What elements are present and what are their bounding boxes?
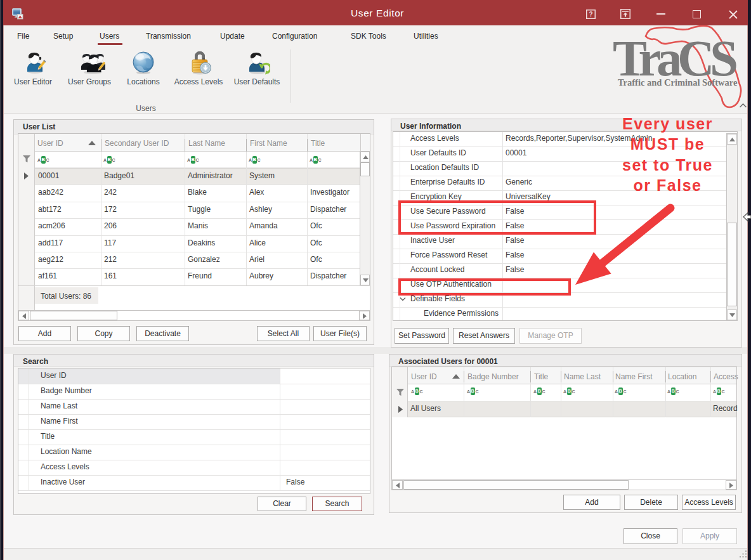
svg-text:?: ? <box>589 11 592 18</box>
